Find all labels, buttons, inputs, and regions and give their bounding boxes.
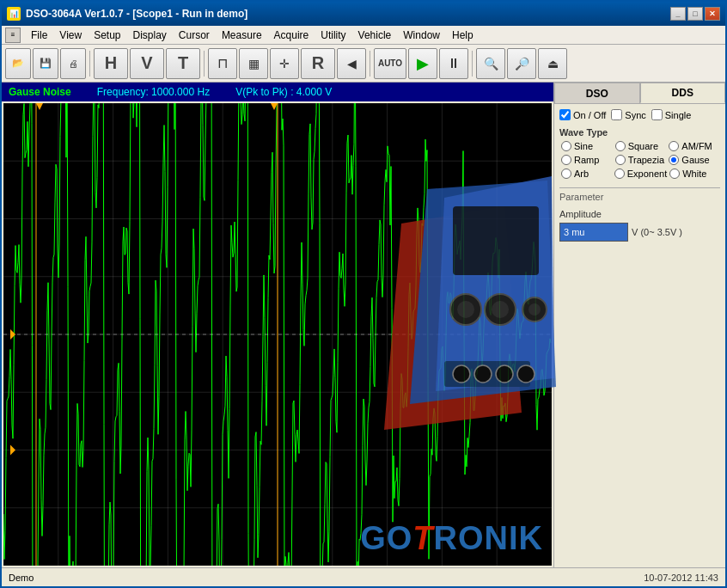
radio-gause[interactable]: Gause [669, 155, 720, 165]
menu-cursor[interactable]: Cursor [174, 28, 215, 43]
radio-dot-arb [561, 168, 571, 179]
onoff-row: On / Off Sync Single [559, 109, 720, 120]
minimize-button[interactable]: _ [670, 7, 686, 21]
tab-dso[interactable]: DSO [554, 83, 640, 103]
voltage-label: V(Pk to Pk) : [235, 86, 293, 98]
ref-button[interactable]: ◀ [337, 48, 366, 79]
voltage-value: 4.000 V [296, 86, 332, 98]
status-right: 10-07-2012 11:43 [644, 573, 718, 583]
R-button[interactable]: R [301, 48, 335, 79]
wave-type-row3: Arb Exponent White [561, 168, 720, 179]
sync-checkbox[interactable] [611, 109, 622, 120]
auto-button[interactable]: AUTO [374, 48, 406, 79]
separator3 [370, 51, 370, 77]
amplitude-input[interactable] [559, 223, 628, 242]
cursor-button[interactable]: ✛ [270, 48, 299, 79]
radio-white[interactable]: White [669, 168, 720, 179]
radio-dot-trapezia [615, 155, 626, 165]
voltage-display: V(Pk to Pk) : 4.000 V [235, 86, 332, 98]
trigger-button[interactable]: ⊓ [208, 48, 237, 79]
parameter-label: Parameter [559, 187, 720, 202]
separator2 [204, 51, 205, 77]
H-button[interactable]: H [94, 48, 128, 79]
single-checkbox[interactable] [651, 109, 663, 120]
radio-label-arb: Arb [574, 168, 589, 179]
wave-type-section-label: Wave Type [559, 127, 720, 138]
onoff-checkbox[interactable] [559, 109, 571, 120]
onoff-checkbox-label[interactable]: On / Off [559, 109, 606, 120]
radio-dot-amfm [669, 141, 679, 151]
radio-square[interactable]: Square [615, 141, 667, 151]
radio-label-gause: Gause [681, 155, 709, 165]
radio-dot-gause [669, 155, 679, 165]
frequency-value: 1000.000 Hz [151, 86, 210, 98]
radio-exponent[interactable]: Exponent [614, 168, 667, 179]
oscilloscope-canvas[interactable] [3, 103, 552, 566]
V-button[interactable]: V [130, 48, 164, 79]
menu-view[interactable]: View [54, 28, 87, 43]
menu-vehicle[interactable]: Vehicle [353, 28, 397, 43]
title-bar: 📊 DSO-3064A Ver1.0.7 - [Scope1 - Run in … [2, 2, 725, 26]
radio-dot-ramp [561, 155, 571, 165]
radio-label-trapezia: Trapezia [628, 155, 664, 165]
menu-setup[interactable]: Setup [89, 28, 125, 43]
scope-header: Gause Noise Frequency: 1000.000 Hz V(Pk … [2, 83, 553, 101]
single-checkbox-label[interactable]: Single [651, 109, 692, 120]
wave-type-row2: Ramp Trapezia Gause [561, 155, 720, 165]
menu-display[interactable]: Display [128, 28, 172, 43]
radio-amfm[interactable]: AM/FM [669, 141, 720, 151]
separator1 [89, 51, 90, 77]
menu-icon: ≡ [5, 28, 21, 43]
single-label: Single [665, 110, 692, 120]
amplitude-unit: V (0~ 3.5V ) [632, 227, 682, 237]
tab-dds[interactable]: DDS [640, 83, 726, 103]
radio-label-exponent: Exponent [627, 168, 667, 179]
separator4 [472, 51, 473, 77]
window-controls: _ □ ✕ [670, 7, 720, 21]
menu-measure[interactable]: Measure [217, 28, 267, 43]
frequency-label: Frequency: [97, 86, 149, 98]
scope-canvas-container[interactable]: GO T RONIK [3, 103, 552, 566]
sync-label: Sync [625, 110, 645, 120]
menu-acquire[interactable]: Acquire [269, 28, 315, 43]
wave-type-row1: Sine Square AM/FM [561, 141, 720, 151]
radio-ramp[interactable]: Ramp [561, 155, 613, 165]
pause-button[interactable]: ⏸ [439, 48, 468, 79]
menu-bar: ≡ File View Setup Display Cursor Measure… [2, 26, 725, 45]
maximize-button[interactable]: □ [687, 7, 703, 21]
measure-button[interactable]: ▦ [239, 48, 268, 79]
menu-help[interactable]: Help [447, 28, 479, 43]
app-icon: 📊 [7, 7, 21, 21]
close-button[interactable]: ✕ [705, 7, 720, 21]
menu-window[interactable]: Window [398, 28, 445, 43]
print-button[interactable]: 🖨 [60, 48, 86, 79]
radio-arb[interactable]: Arb [561, 168, 612, 179]
sync-checkbox-label[interactable]: Sync [611, 109, 645, 120]
radio-trapezia[interactable]: Trapezia [615, 155, 667, 165]
toolbar: 📂 💾 🖨 H V T ⊓ ▦ ✛ R ◀ AUTO ▶ ⏸ 🔍 🔎 ⏏ [2, 45, 725, 83]
run-button[interactable]: ▶ [408, 48, 437, 79]
zoom-out-button[interactable]: 🔎 [507, 48, 536, 79]
right-panel: DSO DDS On / Off Sync [553, 83, 725, 567]
window-title: DSO-3064A Ver1.0.7 - [Scope1 - Run in de… [26, 8, 665, 20]
radio-dot-exponent [614, 168, 625, 179]
radio-sine[interactable]: Sine [561, 141, 613, 151]
zoom-in-button[interactable]: 🔍 [476, 48, 505, 79]
panel-tabs: DSO DDS [554, 83, 725, 104]
frequency-display: Frequency: 1000.000 Hz [97, 86, 210, 98]
radio-label-ramp: Ramp [574, 155, 599, 165]
save-button[interactable]: 💾 [33, 48, 58, 79]
status-left: Demo [9, 573, 644, 583]
open-button[interactable]: 📂 [5, 48, 31, 79]
usb-button[interactable]: ⏏ [538, 48, 567, 79]
signal-label: Gause Noise [9, 86, 71, 98]
radio-dot-sine [561, 141, 571, 151]
menu-utility[interactable]: Utility [315, 28, 351, 43]
dds-panel-content: On / Off Sync Single Wave Type [554, 104, 725, 247]
radio-label-square: Square [628, 141, 658, 151]
radio-dot-square [615, 141, 626, 151]
main-content: Gause Noise Frequency: 1000.000 Hz V(Pk … [2, 83, 725, 567]
menu-file[interactable]: File [26, 28, 52, 43]
T-button[interactable]: T [166, 48, 200, 79]
radio-dot-white [669, 168, 680, 179]
